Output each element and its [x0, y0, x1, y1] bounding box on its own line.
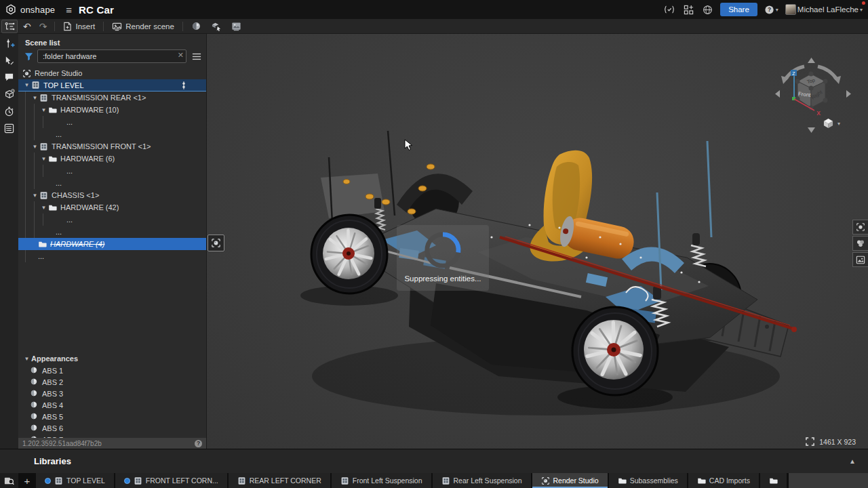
scene-list-tool-button[interactable]	[1, 20, 18, 33]
onshape-logo-icon	[5, 4, 16, 15]
tree-item-hardware-6[interactable]: ▼HARDWARE (6)	[18, 152, 206, 165]
insert-button[interactable]: Insert	[58, 20, 100, 33]
version-help-icon[interactable]: ?	[195, 440, 202, 447]
tree-item-[interactable]: ...	[18, 165, 206, 177]
appearance-item-label: ABS 1	[42, 367, 63, 375]
tree-item-transmission-front-1[interactable]: ▼TRANSMISSION FRONT <1>	[18, 140, 206, 152]
tab-cad-imports[interactable]: CAD Imports	[688, 473, 760, 488]
menu-icon[interactable]: ≡	[66, 5, 72, 15]
scene-filter-input[interactable]	[37, 49, 186, 63]
folder-icon	[48, 203, 57, 212]
tree-guide-line	[43, 214, 43, 226]
tree-item-hardware-42[interactable]: ▼HARDWARE (42)	[18, 201, 206, 214]
appearance-item-abs-2[interactable]: ABS 2	[18, 376, 206, 388]
tree-item-hardware-10[interactable]: ▼HARDWARE (10)	[18, 104, 206, 116]
tree-item-chassis-1[interactable]: ▼CHASSIS <1>	[18, 189, 206, 201]
filter-icon[interactable]	[24, 52, 34, 62]
tab-front-left-corn[interactable]: FRONT LEFT CORN...	[115, 473, 229, 488]
tree-guide-line	[34, 128, 35, 140]
toolbar-divider	[54, 22, 55, 31]
appearance-item-abs-1[interactable]: ABS 1	[18, 365, 206, 376]
view-home-control[interactable]: ▾	[823, 118, 840, 129]
tab-rear-left-corner[interactable]: REAR LEFT CORNER	[229, 473, 332, 488]
appearance-tool-button[interactable]	[186, 20, 206, 33]
tab-render-studio[interactable]: Render Studio	[532, 473, 609, 488]
scene-adjust-icon[interactable]	[3, 38, 16, 49]
share-button[interactable]: Share	[720, 3, 757, 16]
undo-button[interactable]: ↶	[19, 22, 35, 31]
render-icon	[211, 238, 221, 248]
tree-item-label: HARDWARE (10)	[60, 106, 119, 114]
apply-material-button[interactable]	[206, 20, 226, 33]
slider-icon[interactable]	[179, 81, 189, 90]
tab-search-button[interactable]	[0, 473, 18, 488]
appearance-item-abs-3[interactable]: ABS 3	[18, 388, 206, 399]
tree-item-[interactable]: ...	[18, 116, 206, 128]
tree-root-render-studio[interactable]: Render Studio	[18, 67, 206, 79]
chevron-down-icon[interactable]: ▼	[31, 192, 39, 199]
app-grid-icon[interactable]	[682, 3, 694, 16]
globe-icon[interactable]	[701, 3, 713, 16]
assembly-icon	[54, 476, 63, 485]
appearance-item-label: ABS 3	[42, 390, 63, 398]
tab-subassemblies[interactable]: Subassemblies	[609, 473, 688, 488]
appearance-item-abs-4[interactable]: ABS 4	[18, 399, 206, 411]
list-options-icon[interactable]	[190, 49, 203, 63]
clear-filter-icon[interactable]: ✕	[178, 51, 184, 60]
tree-item-[interactable]: ...	[18, 177, 206, 189]
user-menu[interactable]: Michael LaFleche ▾	[785, 4, 863, 15]
chevron-down-icon[interactable]: ▼	[39, 107, 48, 113]
model-help-icon[interactable]: ?	[3, 89, 16, 100]
tree-item-top-level[interactable]: ▼TOP LEVEL	[18, 79, 206, 92]
view-options-caret-icon[interactable]: ▾	[837, 121, 840, 127]
tree-guide-line	[25, 104, 26, 116]
tab-folder[interactable]	[760, 473, 788, 488]
redo-button[interactable]: ↷	[35, 22, 52, 31]
select-edit-icon[interactable]	[3, 55, 16, 66]
tree-item-label: ...	[56, 228, 62, 236]
appearances-header[interactable]: ▼ Appearances	[18, 352, 206, 365]
help-icon: ?	[764, 5, 774, 15]
tab-rear-left-suspension[interactable]: Rear Left Suspension	[433, 473, 532, 488]
scene-tree: ▼TOP LEVEL▼TRANSMISSION REAR <1>▼HARDWAR…	[18, 79, 206, 262]
tree-item-label: ...	[56, 179, 62, 187]
chevron-down-icon[interactable]: ▼	[31, 144, 39, 150]
libraries-title: Libraries	[34, 456, 71, 466]
onshape-logo[interactable]: onshape	[5, 4, 55, 15]
tab-top-level[interactable]: TOP LEVEL	[36, 473, 115, 488]
chevron-down-icon[interactable]: ▼	[22, 82, 31, 88]
scene-image-panel-tab[interactable]	[852, 252, 868, 267]
render-viewport[interactable]: Suppressing entities...	[207, 34, 868, 449]
tree-item-hardware-4[interactable]: HARDWARE (4)	[18, 238, 206, 250]
environment-button[interactable]	[226, 20, 246, 33]
fullscreen-icon[interactable]	[806, 437, 814, 446]
comment-icon[interactable]	[3, 72, 16, 83]
help-menu[interactable]: ? ▾	[764, 5, 778, 15]
versions-icon[interactable]	[663, 3, 675, 16]
chevron-down-icon[interactable]: ▼	[39, 156, 48, 162]
appearance-item-abs-5[interactable]: ABS 5	[18, 411, 206, 422]
tree-item-transmission-rear-1[interactable]: ▼TRANSMISSION REAR <1>	[18, 92, 206, 104]
add-tab-button[interactable]: +	[18, 473, 36, 488]
tree-guide-line	[25, 165, 26, 177]
tree-item-[interactable]: ...	[18, 128, 206, 140]
render-panel-tab[interactable]	[852, 220, 868, 235]
assembly-icon	[237, 476, 246, 485]
tree-item-[interactable]: ...	[18, 226, 206, 238]
appearances-section: ▼ Appearances ABS 1ABS 2ABS 3ABS 4ABS 5A…	[18, 352, 206, 445]
render-selection-button[interactable]	[208, 235, 224, 251]
chevron-down-icon: ▼	[22, 356, 31, 362]
render-queue-icon[interactable]	[3, 123, 16, 134]
loading-spinner	[423, 230, 462, 270]
collapse-panel-icon[interactable]: ▲	[849, 458, 856, 465]
viewcube-x-label: X	[816, 110, 821, 117]
render-scene-button[interactable]: Render scene	[107, 20, 179, 33]
materials-panel-tab[interactable]	[852, 236, 868, 251]
history-timer-icon[interactable]	[3, 106, 16, 117]
tab-front-left-suspension[interactable]: Front Left Suspension	[332, 473, 433, 488]
appearance-item-abs-6[interactable]: ABS 6	[18, 422, 206, 434]
chevron-down-icon[interactable]: ▼	[39, 205, 48, 211]
tree-item-[interactable]: ...	[18, 250, 206, 262]
tree-item-[interactable]: ...	[18, 214, 206, 226]
chevron-down-icon[interactable]: ▼	[31, 95, 39, 101]
